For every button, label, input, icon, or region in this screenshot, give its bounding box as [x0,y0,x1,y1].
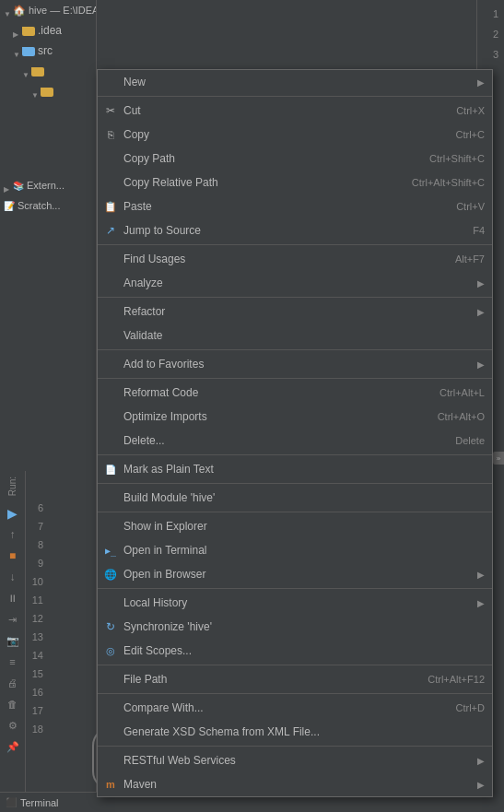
run-delete-button[interactable]: 🗑 [4,695,22,713]
paste-shortcut: Ctrl+V [456,201,485,212]
src-label: src [38,44,53,57]
menu-item-copy-relative-path[interactable]: Copy Relative Path Ctrl+Alt+Shift+C [98,171,492,194]
tree-item-external[interactable]: 📚 Extern... [0,175,96,195]
menu-item-build-module[interactable]: Build Module 'hive' [98,486,492,510]
tree-arrow-hive [4,6,11,14]
context-menu: New ▶ ✂ Cut Ctrl+X ⎘ Copy Ctrl+C Copy Pa… [97,69,493,797]
menu-item-copy-path[interactable]: Copy Path Ctrl+Shift+C [98,147,492,171]
menu-item-open-terminal[interactable]: ▶_ Open in Terminal [98,538,492,562]
tree-arrow-external [4,182,11,189]
menu-item-local-history-label: Local History [123,596,468,609]
scratches-label: Scratch... [18,200,60,211]
find-usages-shortcut: Alt+F7 [455,253,485,265]
menu-item-compare-label: Compare With... [123,701,438,714]
tree-item-src[interactable]: src [0,41,96,61]
menu-item-optimize-imports[interactable]: Optimize Imports Ctrl+Alt+O [98,405,492,429]
tree-item-scratches[interactable]: 📝 Scratch... [0,195,96,216]
run-down-button[interactable]: ↓ [4,568,22,586]
menu-item-refactor[interactable]: Refactor ▶ [98,300,492,324]
menu-item-paste-label: Paste [123,200,438,213]
menu-item-generate-xsd[interactable]: Generate XSD Schema from XML File... [98,720,492,744]
terminal-icon-small: ⬛ [6,797,17,807]
terminal-label: Terminal [20,797,59,808]
external-icon: 📚 [13,181,24,191]
line-3: 3 [479,44,502,65]
run-list-button[interactable]: ≡ [4,653,22,671]
menu-item-validate[interactable]: Validate [98,324,492,347]
copy-relative-path-shortcut: Ctrl+Alt+Shift+C [412,177,485,188]
menu-item-copy-relative-path-label: Copy Relative Path [123,176,393,189]
run-step-button[interactable]: ⇥ [4,610,22,629]
menu-item-find-usages-label: Find Usages [123,253,437,265]
menu-item-local-history[interactable]: Local History ▶ [98,591,492,615]
run-print-button[interactable]: 🖨 [4,674,22,692]
tree-arrow-src [13,47,20,54]
menu-item-reformat-code[interactable]: Reformat Code Ctrl+Alt+L [98,381,492,405]
sync-icon: ↻ [103,619,118,634]
menu-item-cut[interactable]: ✂ Cut Ctrl+X [98,99,492,123]
paste-icon: 📋 [103,199,118,214]
terminal-bar[interactable]: ⬛ Terminal [0,792,97,812]
menu-item-maven[interactable]: m Maven ▶ [98,772,492,796]
terminal-icon: ▶_ [103,543,118,558]
sub2-folder-icon [41,88,53,97]
scratches-icon: 📝 [4,201,15,211]
run-line-15: 15 [26,665,43,683]
menu-arrow-favorites: ▶ [477,359,485,370]
idea-label: .idea [38,24,62,37]
run-up-button[interactable]: ↑ [4,525,22,544]
run-stop-button[interactable]: ■ [4,547,22,565]
scroll-indicator: » [493,452,504,465]
tree-item-hive[interactable]: 🏠 hive — E:\IDEA_Work\hive [0,0,96,20]
menu-item-copy[interactable]: ⎘ Copy Ctrl+C [98,123,492,147]
menu-item-show-explorer[interactable]: Show in Explorer [98,514,492,538]
menu-item-restful[interactable]: RESTful Web Services ▶ [98,748,492,772]
tree-item-sub1[interactable] [0,61,96,81]
run-line-11: 11 [26,591,43,609]
menu-item-file-path-label: File Path [123,673,409,686]
menu-item-file-path[interactable]: File Path Ctrl+Alt+F12 [98,667,492,691]
file-path-shortcut: Ctrl+Alt+F12 [428,674,485,685]
run-toolbar: Run: ▶ ↑ ■ ↓ ⏸ ⇥ 📷 ≡ 🖨 🗑 ⚙ 📌 [0,471,26,812]
jump-shortcut: F4 [473,225,485,236]
menu-item-cut-label: Cut [123,104,438,117]
menu-item-add-favorites[interactable]: Add to Favorites ▶ [98,352,492,376]
menu-sep-3 [98,297,492,298]
menu-arrow-refactor: ▶ [477,307,485,317]
menu-item-open-browser[interactable]: 🌐 Open in Browser ▶ [98,562,492,586]
run-settings-button[interactable]: ⚙ [4,716,22,735]
run-line-8: 8 [26,535,43,554]
menu-item-compare-with[interactable]: Compare With... Ctrl+D [98,696,492,720]
menu-item-edit-scopes[interactable]: ◎ Edit Scopes... [98,639,492,663]
run-line-14: 14 [26,646,43,665]
menu-item-mark-plain-label: Mark as Plain Text [123,463,485,476]
menu-sep-5 [98,378,492,379]
menu-sep-10 [98,665,492,665]
menu-item-mark-plain-text[interactable]: 📄 Mark as Plain Text [98,457,492,481]
menu-item-add-favorites-label: Add to Favorites [123,358,468,371]
menu-item-new[interactable]: New ▶ [98,70,492,94]
menu-item-synchronize-label: Synchronize 'hive' [123,620,485,633]
menu-item-analyze[interactable]: Analyze ▶ [98,271,492,295]
run-pause-button[interactable]: ⏸ [4,589,22,607]
menu-sep-11 [98,693,492,694]
menu-item-jump-to-source[interactable]: ↗ Jump to Source F4 [98,218,492,242]
tree-item-sub2[interactable] [0,81,96,101]
menu-item-open-terminal-label: Open in Terminal [123,544,485,557]
menu-item-paste[interactable]: 📋 Paste Ctrl+V [98,194,492,218]
copy-shortcut: Ctrl+C [456,129,485,140]
tree-item-idea[interactable]: .idea [0,20,96,41]
menu-item-reformat-label: Reformat Code [123,386,421,399]
menu-item-find-usages[interactable]: Find Usages Alt+F7 [98,247,492,271]
menu-arrow-restful: ▶ [477,756,485,766]
run-line-numbers: 6 7 8 9 10 11 12 13 14 15 16 17 18 [26,471,46,792]
menu-sep-1 [98,96,492,97]
menu-item-delete[interactable]: Delete... Delete [98,429,492,453]
run-pin-button[interactable]: 📌 [4,737,22,756]
reformat-shortcut: Ctrl+Alt+L [440,387,485,398]
run-camera-button[interactable]: 📷 [4,631,22,650]
run-line-18: 18 [26,720,43,738]
menu-arrow-history: ▶ [477,598,485,608]
menu-item-synchronize[interactable]: ↻ Synchronize 'hive' [98,615,492,639]
run-play-button[interactable]: ▶ [4,504,22,523]
